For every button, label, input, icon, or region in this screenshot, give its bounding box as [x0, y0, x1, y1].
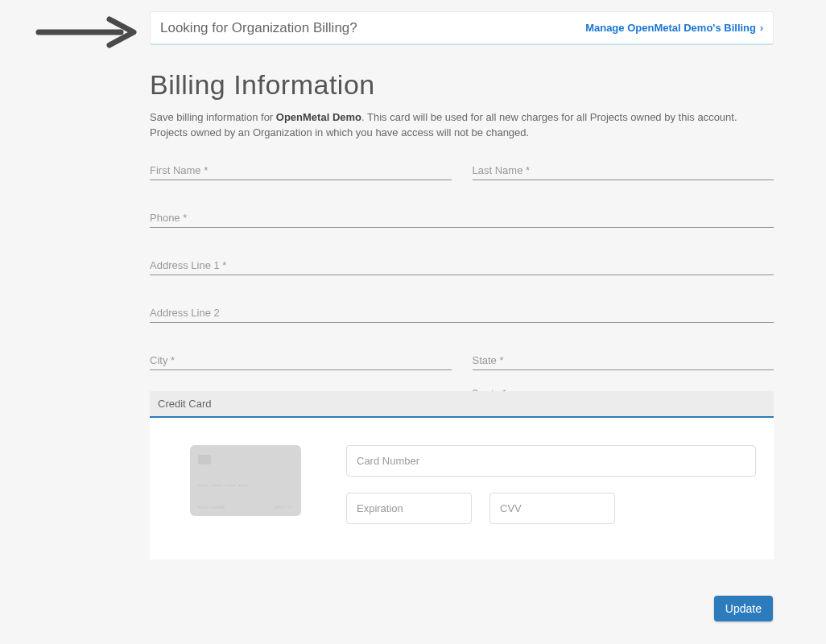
chevron-right-icon: ›: [760, 23, 763, 34]
credit-card-preview-icon: •••• •••• •••• •••• FULL NAME MM / YY: [190, 445, 301, 516]
page-title: Billing Information: [150, 69, 774, 101]
page-description: Save billing information for OpenMetal D…: [150, 110, 774, 141]
card-number-field[interactable]: [346, 445, 756, 477]
credit-card-panel: Credit Card •••• •••• •••• •••• FULL NAM…: [150, 391, 774, 559]
expiration-field[interactable]: [346, 493, 472, 524]
billing-form-section: Billing Information Save billing informa…: [150, 69, 774, 447]
state-field[interactable]: [473, 352, 774, 370]
org-billing-banner: Looking for Organization Billing? Manage…: [150, 11, 774, 45]
address1-field[interactable]: [150, 257, 774, 275]
address2-field[interactable]: [150, 304, 774, 323]
city-field[interactable]: [150, 352, 452, 370]
manage-org-billing-label: Manage OpenMetal Demo's Billing: [585, 22, 756, 34]
banner-title: Looking for Organization Billing?: [160, 20, 357, 36]
org-name: OpenMetal Demo: [276, 111, 361, 123]
cvv-field[interactable]: [489, 493, 615, 524]
update-button[interactable]: Update: [714, 596, 773, 621]
first-name-field[interactable]: [150, 162, 452, 180]
phone-field[interactable]: [150, 209, 774, 228]
pointer-arrow: [35, 16, 140, 48]
last-name-field[interactable]: [473, 162, 774, 180]
credit-card-header: Credit Card: [150, 391, 774, 418]
manage-org-billing-link[interactable]: Manage OpenMetal Demo's Billing ›: [585, 22, 763, 34]
